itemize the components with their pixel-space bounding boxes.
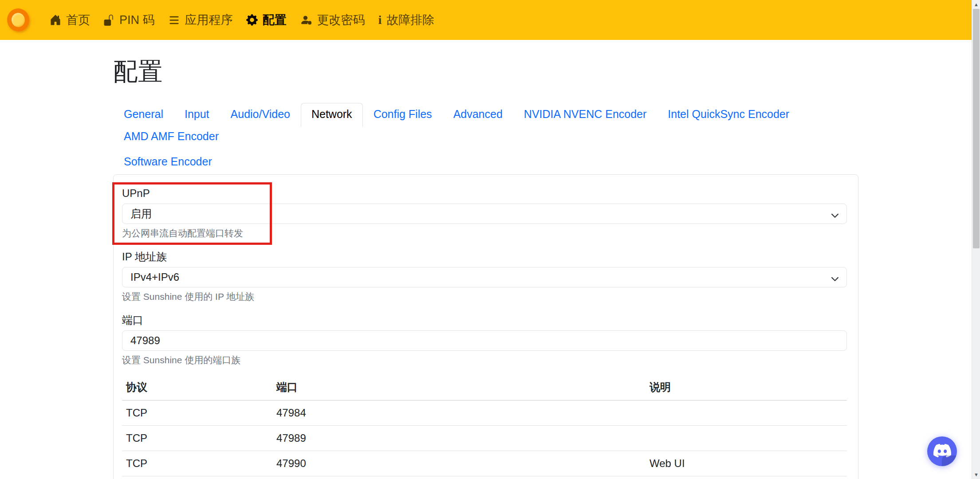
nav-item-applications[interactable]: 应用程序 (168, 12, 233, 28)
port-help-text: 设置 Sunshine 使用的端口族 (122, 354, 847, 366)
port-field-group: 端口 设置 Sunshine 使用的端口族 (122, 313, 847, 366)
cell-note (645, 426, 847, 451)
cell-protocol: TCP (122, 400, 272, 426)
main-content: 配置 General Input Audio/Video Network Con… (113, 40, 858, 479)
cell-note: Web UI (645, 451, 847, 476)
nav-item-home[interactable]: 首页 (50, 12, 90, 28)
gear-icon (246, 14, 258, 26)
tab-network[interactable]: Network (301, 103, 363, 127)
tab-advanced[interactable]: Advanced (443, 103, 513, 125)
address-family-help-text: 设置 Sunshine 使用的 IP 地址族 (122, 291, 847, 302)
tab-software-encoder[interactable]: Software Encoder (113, 150, 223, 173)
config-tabs: General Input Audio/Video Network Config… (113, 103, 858, 173)
top-navbar: 首页 PIN 码 应用程序 配置 (0, 0, 972, 40)
tab-nvidia-nvenc-encoder[interactable]: NVIDIA NVENC Encoder (513, 103, 657, 125)
col-header-port: 端口 (272, 377, 645, 400)
discord-chat-button[interactable] (927, 436, 957, 466)
upnp-selected-value: 启用 (130, 207, 152, 221)
sunshine-logo-icon[interactable] (6, 7, 31, 33)
cell-port: 47990 (272, 451, 645, 476)
tab-amd-amf-encoder[interactable]: AMD AMF Encoder (113, 125, 229, 147)
nav-label: 更改密码 (317, 12, 365, 28)
home-icon (50, 14, 61, 26)
cell-note (645, 400, 847, 426)
scrollbar-up-arrow-icon[interactable]: ▲ (972, 1, 980, 8)
nav-label: 故障排除 (386, 12, 434, 28)
list-icon (168, 14, 180, 26)
person-badge-icon (300, 14, 312, 26)
nav-label: 配置 (263, 12, 287, 28)
table-header-row: 协议 端口 说明 (122, 377, 847, 400)
col-header-note: 说明 (645, 377, 847, 400)
address-family-field-group: IP 地址族 IPv4+IPv6 设置 Sunshine 使用的 IP 地址族 (122, 250, 847, 302)
nav-item-troubleshooting[interactable]: i 故障排除 (378, 12, 435, 28)
upnp-label: UPnP (122, 186, 847, 200)
network-settings-card: UPnP 启用 为公网串流自动配置端口转发 IP 地址族 IPv4+IPv6 (113, 174, 858, 479)
cell-port: 47984 (272, 400, 645, 426)
scrollbar-thumb[interactable] (973, 9, 980, 248)
lock-open-icon (103, 15, 114, 26)
chevron-down-icon (830, 274, 839, 286)
discord-widget-peek (942, 455, 957, 466)
col-header-protocol: 协议 (122, 377, 272, 400)
tab-general[interactable]: General (113, 103, 174, 125)
cell-protocol: TCP (122, 476, 272, 479)
cell-port: 47989 (272, 426, 645, 451)
page-title: 配置 (113, 55, 858, 88)
cell-protocol: TCP (122, 426, 272, 451)
cell-port: 48010 (272, 476, 645, 479)
table-row: TCP 47989 (122, 426, 847, 451)
nav-item-change-password[interactable]: 更改密码 (300, 12, 365, 28)
tab-input[interactable]: Input (174, 103, 220, 125)
address-family-label: IP 地址族 (122, 250, 847, 263)
table-row: TCP 47984 (122, 400, 847, 426)
nav-item-configuration[interactable]: 配置 (246, 12, 287, 28)
nav-item-pin[interactable]: PIN 码 (103, 12, 155, 28)
nav-label: 应用程序 (185, 12, 233, 28)
upnp-field-group: UPnP 启用 为公网串流自动配置端口转发 (122, 186, 847, 239)
cell-note (645, 476, 847, 479)
table-row: TCP 48010 (122, 476, 847, 479)
port-input[interactable] (122, 330, 847, 351)
vertical-scrollbar[interactable]: ▲ ▼ (972, 0, 980, 479)
ports-table: 协议 端口 说明 TCP 47984 TCP 47989 (122, 377, 847, 479)
nav-items: 首页 PIN 码 应用程序 配置 (50, 12, 434, 28)
chevron-down-icon (830, 210, 839, 223)
tab-row-break (113, 147, 858, 150)
nav-label: 首页 (66, 12, 90, 28)
address-family-select[interactable]: IPv4+IPv6 (122, 267, 847, 287)
table-row: TCP 47990 Web UI (122, 451, 847, 476)
nav-label: PIN 码 (119, 12, 155, 28)
address-family-selected-value: IPv4+IPv6 (130, 271, 179, 283)
upnp-select[interactable]: 启用 (122, 204, 847, 224)
scrollbar-down-arrow-icon[interactable]: ▼ (972, 471, 980, 478)
port-label: 端口 (122, 313, 847, 327)
info-icon: i (378, 13, 382, 27)
tab-config-files[interactable]: Config Files (363, 103, 443, 125)
tab-audio-video[interactable]: Audio/Video (220, 103, 301, 125)
tab-intel-quicksync-encoder[interactable]: Intel QuickSync Encoder (657, 103, 800, 125)
upnp-help-text: 为公网串流自动配置端口转发 (122, 227, 847, 239)
screen: 首页 PIN 码 应用程序 配置 (0, 0, 980, 479)
cell-protocol: TCP (122, 451, 272, 476)
